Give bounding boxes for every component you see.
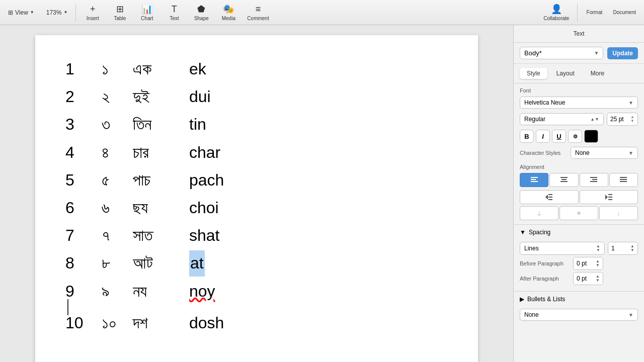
underline-button[interactable]: U [552,130,566,143]
svg-rect-11 [620,181,627,182]
font-size-stepper: ▲▼ [630,115,634,123]
col-bengali-num: ৩ [102,112,117,137]
color-swatch[interactable] [584,130,598,143]
insert-icon: + [90,4,96,15]
spacing-header[interactable]: ▼ Spacing [514,225,644,240]
style-dropdown[interactable]: Body* ▼ [520,47,603,59]
list-align-right-button[interactable]: ↓ [599,206,638,220]
svg-rect-17 [608,194,612,195]
zoom-label: 173% [46,9,62,16]
font-family-select[interactable]: Helvetica Neue ▼ [520,97,638,109]
document-area[interactable]: 1১একek2২দুইdui3৩তিনtin4৪চারchar5৫পাচpach… [0,25,513,362]
update-button[interactable]: Update [607,47,638,59]
font-size-input[interactable]: 25 pt ▲▼ [607,113,638,126]
toolbar-divider-2 [577,4,578,22]
col-bengali-word: আট [133,250,173,276]
comment-icon: ≡ [256,4,261,15]
zoom-button[interactable]: 173% ▼ [42,7,72,18]
font-style-chevron: ▲▼ [590,117,599,122]
tab-layout[interactable]: Layout [549,68,582,79]
document-button[interactable]: Document [609,8,640,17]
list-align-left-button[interactable]: ⊥ [520,206,558,220]
col-bengali-word: এক [133,56,173,82]
list-align-row: ⊥ ✳ ↓ [514,205,644,221]
indent-increase-button[interactable] [580,190,638,204]
col-arabic: 8 [65,250,86,276]
text-cursor [65,305,448,309]
comment-button[interactable]: ≡ Comment [243,2,273,23]
chart-label: Chart [141,16,153,21]
table-row: 2২দুইdui [65,83,448,111]
shape-button[interactable]: ⬟ Shape [189,2,214,23]
list-align-center-button[interactable]: ✳ [559,206,598,220]
style-name: Body* [524,49,542,57]
view-icon: ⊞ [8,9,13,16]
italic-button[interactable]: I [536,130,550,143]
lines-number: 1 [611,245,615,252]
tab-style[interactable]: Style [520,68,547,79]
table-row: 6৬ছযchoi [65,194,448,222]
view-button[interactable]: ⊞ View ▼ [4,7,38,18]
after-paragraph-stepper: ▲▼ [596,275,600,283]
col-roman: dosh [189,310,224,336]
bold-button[interactable]: B [520,130,534,143]
table-row: 9৯নযnoy [65,278,448,305]
bullets-section: ▶ Bullets & Lists None ▼ [514,291,644,323]
align-justify-button[interactable] [609,173,638,187]
font-style-select[interactable]: Regular ▲▼ [520,113,604,125]
alignment-row [514,171,644,189]
align-left-button[interactable] [520,173,548,187]
col-arabic: 3 [65,112,86,137]
col-bengali-num: ৮ [102,250,117,276]
svg-rect-14 [548,197,552,198]
character-styles-select[interactable]: None ▼ [571,147,638,159]
font-style-row: Regular ▲▼ 25 pt ▲▼ [514,111,644,128]
lines-value: Lines [524,245,539,252]
svg-rect-5 [560,181,568,182]
svg-rect-0 [531,177,538,178]
format-button[interactable]: Format [582,8,607,17]
col-bengali-num: ২ [102,84,117,110]
table-row: 7৭সাতshat [65,222,448,249]
tab-more[interactable]: More [584,68,611,79]
lines-number-stepper: ▲▼ [630,244,634,252]
bullets-header[interactable]: ▶ Bullets & Lists [514,292,644,307]
view-zoom-group: ⊞ View ▼ 173% ▼ [4,7,71,18]
table-button[interactable]: ⊞ Table [107,2,132,23]
bullets-collapse-icon: ▶ [520,296,524,303]
col-bengali-num: ১০ [102,310,117,336]
svg-rect-10 [620,179,627,180]
col-bengali-word: নয [133,279,173,304]
document-content[interactable]: 1১একek2২দুইdui3৩তিনtin4৪চারchar5৫পাচpach… [65,55,448,337]
col-arabic: 1 [65,56,86,82]
font-family-value: Helvetica Neue [524,99,565,106]
table-row: 10১০দশdosh [65,309,448,337]
col-bengali-word: পাচ [133,167,173,193]
col-roman: char [189,140,220,165]
shape-icon: ⬟ [197,4,205,15]
svg-rect-7 [592,179,597,180]
before-paragraph-value: 0 pt [577,260,587,267]
right-panel: Text Body* ▼ Update Style Layout More Fo… [513,25,644,362]
before-paragraph-input[interactable]: 0 pt ▲▼ [573,257,603,270]
spacing-collapse-icon: ▼ [520,229,526,236]
lines-value-input[interactable]: 1 ▲▼ [608,242,638,255]
tab-row: Style Layout More [514,64,644,83]
text-style-button[interactable]: ⚙ [568,130,582,143]
align-center-button[interactable] [549,173,578,187]
chart-button[interactable]: 📊 Chart [134,2,159,23]
bullets-select[interactable]: None ▼ [520,309,638,321]
after-paragraph-input[interactable]: 0 pt ▲▼ [573,272,603,285]
style-row: Body* ▼ Update [514,43,644,64]
col-bengali-num: ৭ [102,223,117,248]
lines-select[interactable]: Lines ▲▼ [520,242,605,255]
col-bengali-num: ৯ [102,279,117,304]
svg-rect-6 [590,177,597,178]
col-bengali-word: চার [133,140,173,165]
media-button[interactable]: 🎭 Media [216,2,241,23]
align-right-button[interactable] [580,173,608,187]
collaborate-button[interactable]: 👤 Collaborate [539,2,573,23]
indent-decrease-button[interactable] [520,190,579,204]
text-button[interactable]: T Text [162,2,187,23]
insert-button[interactable]: + Insert [80,2,105,23]
